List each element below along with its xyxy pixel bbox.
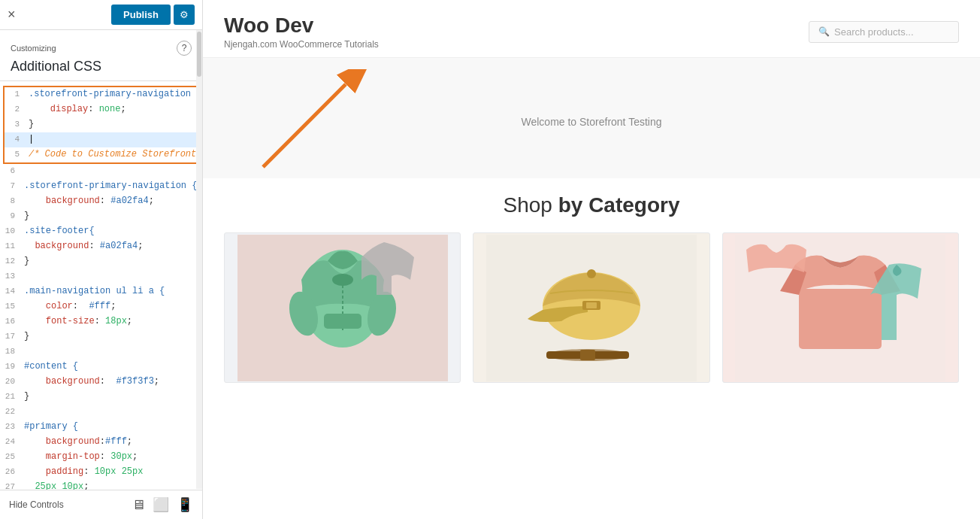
preview-panel: Woo Dev Njengah.com WooCommerce Tutorial… <box>203 0 980 519</box>
bottom-toolbar: Hide Controls 🖥 ⬜ 📱 <box>0 490 202 519</box>
svg-rect-6 <box>324 314 361 329</box>
mobile-icon[interactable]: 📱 <box>177 496 193 513</box>
desktop-icon[interactable]: 🖥 <box>132 497 145 513</box>
line-num-6: 6 <box>0 164 21 179</box>
line-num-1: 1 <box>5 87 26 102</box>
line-content-18 <box>21 344 202 360</box>
welcome-text: Welcome to Storefront Testing <box>521 116 661 128</box>
line-content-15: color: #fff; <box>21 299 202 314</box>
line-content-13 <box>21 269 202 284</box>
line-content-6 <box>21 164 202 179</box>
product-image-1 <box>237 235 448 381</box>
line-content-3: } <box>26 117 198 132</box>
line-num-14: 14 <box>0 284 21 299</box>
line-content-12: } <box>21 254 202 269</box>
line-num-27: 27 <box>0 480 21 490</box>
code-line-4: 4 | <box>5 132 198 147</box>
code-line-17: 17 } <box>0 329 202 344</box>
shop-section: Shop by Category <box>203 178 980 398</box>
code-line-24: 24 background:#fff; <box>0 435 202 450</box>
code-line-3: 3 } <box>5 117 198 132</box>
arrow-annotation <box>225 69 391 175</box>
product-card-3[interactable] <box>722 232 959 383</box>
code-line-18: 18 <box>0 344 202 360</box>
search-bar[interactable]: 🔍 Search products... <box>809 21 959 43</box>
line-num-7: 7 <box>0 179 21 194</box>
line-num-26: 26 <box>0 465 21 480</box>
code-line-11: 11 background: #a02fa4; <box>0 239 202 254</box>
customizing-header: Customizing ? Additional CSS <box>0 30 202 81</box>
line-num-3: 3 <box>5 117 26 132</box>
line-num-2: 2 <box>5 102 26 117</box>
product-card-1[interactable] <box>224 232 461 383</box>
line-num-24: 24 <box>0 435 21 450</box>
line-content-16: font-size: 18px; <box>21 314 202 329</box>
hero-section: Welcome to Storefront Testing <box>203 58 980 178</box>
shop-title-bold: by Category <box>558 193 680 217</box>
code-line-25: 25 margin-top: 30px; <box>0 450 202 465</box>
line-num-5: 5 <box>5 147 26 162</box>
svg-point-11 <box>587 269 596 278</box>
svg-rect-18 <box>799 289 882 349</box>
shop-title: Shop by Category <box>224 193 959 217</box>
line-content-2: display: none; <box>26 102 198 117</box>
code-line-15: 15 color: #fff; <box>0 299 202 314</box>
preview-frame: Woo Dev Njengah.com WooCommerce Tutorial… <box>203 0 980 519</box>
product-image-3 <box>735 235 945 381</box>
search-icon: 🔍 <box>818 26 830 37</box>
customizing-label-text: Customizing <box>11 44 56 53</box>
line-content-5: /* Code to Customize Storefront*/ <box>26 147 202 162</box>
line-num-17: 17 <box>0 329 21 344</box>
svg-line-1 <box>263 84 346 167</box>
help-icon[interactable]: ? <box>177 41 192 56</box>
customizing-title: Additional CSS <box>11 59 192 74</box>
shop-title-regular: Shop <box>503 193 552 217</box>
line-num-11: 11 <box>0 239 21 254</box>
gear-button[interactable]: ⚙ <box>174 5 195 25</box>
line-num-20: 20 <box>0 375 21 390</box>
search-placeholder-text: Search products... <box>834 26 914 38</box>
publish-button[interactable]: Publish <box>111 5 171 25</box>
code-line-16: 16 font-size: 18px; <box>0 314 202 329</box>
line-num-13: 13 <box>0 269 21 284</box>
code-line-1: 1 .storefront-primary-navigation { <box>5 87 198 102</box>
hide-controls-button[interactable]: Hide Controls <box>9 499 64 510</box>
svg-rect-16 <box>580 350 595 360</box>
line-content-21: } <box>21 390 202 405</box>
code-line-13: 13 <box>0 269 202 284</box>
line-content-1: .storefront-primary-navigation { <box>26 87 201 102</box>
tablet-icon[interactable]: ⬜ <box>153 496 169 513</box>
close-icon[interactable]: × <box>8 7 16 23</box>
site-description: Njengah.com WooCommerce Tutorials <box>224 39 379 50</box>
top-bar-left: × <box>8 7 16 23</box>
line-content-9: } <box>21 209 202 224</box>
line-content-24: background:#fff; <box>21 435 202 450</box>
code-line-23: 23 #primary { <box>0 420 202 435</box>
line-num-19: 19 <box>0 360 21 375</box>
line-content-27: 25px 10px; <box>21 480 202 490</box>
code-line-21: 21 } <box>0 390 202 405</box>
line-content-20: background: #f3f3f3; <box>21 375 202 390</box>
product-card-2[interactable] <box>473 232 709 383</box>
site-branding: Woo Dev Njengah.com WooCommerce Tutorial… <box>224 14 379 50</box>
line-num-8: 8 <box>0 194 21 209</box>
line-num-10: 10 <box>0 224 21 239</box>
code-line-8: 8 background: #a02fa4; <box>0 194 202 209</box>
site-header: Woo Dev Njengah.com WooCommerce Tutorial… <box>203 0 980 58</box>
svg-rect-13 <box>586 302 597 308</box>
line-content-8: background: #a02fa4; <box>21 194 202 209</box>
code-line-22: 22 <box>0 405 202 420</box>
code-editor-inner: 1 .storefront-primary-navigation { 2 dis… <box>0 81 202 490</box>
line-content-11: background: #a02fa4; <box>21 239 202 254</box>
line-content-10: .site-footer{ <box>21 224 202 239</box>
product-grid <box>224 232 959 383</box>
line-content-26: padding: 10px 25px <box>21 465 202 480</box>
code-editor[interactable]: 1 .storefront-primary-navigation { 2 dis… <box>0 81 202 490</box>
customizing-label-row: Customizing ? <box>11 41 192 56</box>
scrollbar-track[interactable] <box>196 30 202 489</box>
line-content-22 <box>21 405 202 420</box>
site-title: Woo Dev <box>224 14 379 38</box>
line-num-18: 18 <box>0 344 21 360</box>
line-content-4: | <box>26 132 198 147</box>
scrollbar-thumb[interactable] <box>197 32 201 77</box>
